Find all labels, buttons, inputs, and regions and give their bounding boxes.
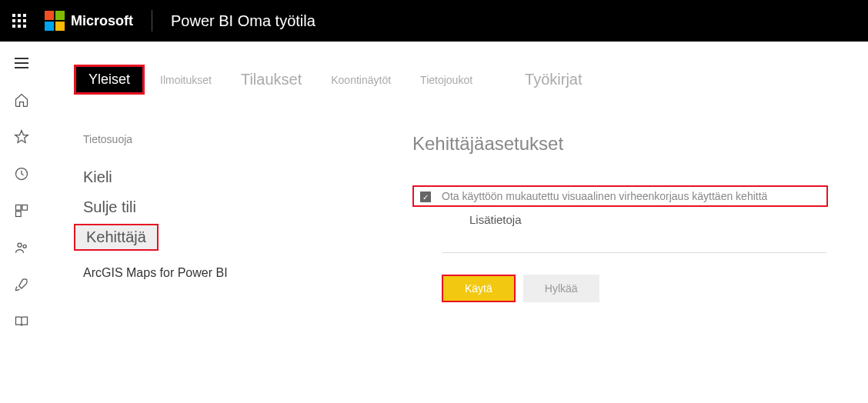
divider xyxy=(442,252,826,253)
rocket-icon[interactable] xyxy=(14,277,29,292)
svg-point-4 xyxy=(18,243,22,247)
brand-label: Microsoft xyxy=(71,13,133,29)
svg-rect-2 xyxy=(22,205,28,211)
settings-item-arcgis[interactable]: ArcGIS Maps for Power BI xyxy=(74,260,412,286)
settings-item-privacy[interactable]: Tietosuoja xyxy=(83,133,412,145)
settings-item-developer[interactable]: Kehittäjä xyxy=(74,224,159,251)
left-nav xyxy=(0,42,43,403)
tab-notifications[interactable]: Ilmoitukset xyxy=(146,69,225,91)
apply-button[interactable]: Käytä xyxy=(442,275,516,302)
tab-row: Yleiset Ilmoitukset Tilaukset Koontinäyt… xyxy=(74,65,868,95)
settings-item-language[interactable]: Kieli xyxy=(74,162,412,192)
detail-title: Kehittäjäasetukset xyxy=(412,133,868,155)
clock-icon[interactable] xyxy=(14,166,29,182)
debug-checkbox[interactable]: ✓ xyxy=(420,192,431,202)
settings-item-close-account[interactable]: Sulje tili xyxy=(74,192,412,222)
people-icon[interactable] xyxy=(14,240,29,255)
settings-list: Tietosuoja Kieli Sulje tili Kehittäjä Ar… xyxy=(74,133,412,302)
topbar-divider xyxy=(152,10,152,32)
detail-panel: Kehittäjäasetukset ✓ Ota käyttöön mukaut… xyxy=(412,133,868,302)
button-row: Käytä Hylkää xyxy=(442,275,868,302)
discard-button[interactable]: Hylkää xyxy=(523,275,599,302)
svg-rect-1 xyxy=(16,205,22,211)
more-info-link[interactable]: Lisätietoja xyxy=(469,213,868,226)
microsoft-logo-icon xyxy=(45,11,65,31)
main-content: Yleiset Ilmoitukset Tilaukset Koontinäyt… xyxy=(43,42,868,403)
book-icon[interactable] xyxy=(14,314,29,329)
product-title: Power BI Oma työtila xyxy=(171,12,315,30)
tab-general[interactable]: Yleiset xyxy=(74,65,145,95)
svg-rect-3 xyxy=(16,211,22,217)
debug-checkbox-label: Ota käyttöön mukautettu visuaalinen virh… xyxy=(442,190,767,202)
svg-point-5 xyxy=(23,245,26,248)
tab-subscriptions[interactable]: Tilaukset xyxy=(227,66,315,93)
star-icon[interactable] xyxy=(14,129,29,145)
apps-icon[interactable] xyxy=(14,203,29,218)
debug-checkbox-row: ✓ Ota käyttöön mukautettu visuaalinen vi… xyxy=(412,185,828,207)
tab-datasets[interactable]: Tietojoukot xyxy=(406,69,486,91)
home-icon[interactable] xyxy=(14,92,29,108)
app-launcher-icon[interactable] xyxy=(12,14,26,28)
hamburger-icon[interactable] xyxy=(14,55,29,71)
tab-workbooks[interactable]: Työkirjat xyxy=(511,66,596,93)
tab-dashboards[interactable]: Koontinäytöt xyxy=(317,69,405,91)
topbar: Microsoft Power BI Oma työtila xyxy=(0,0,868,42)
